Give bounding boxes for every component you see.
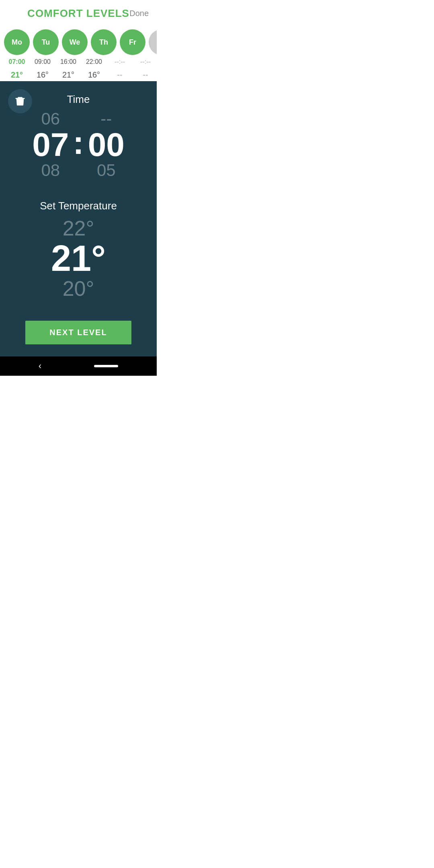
schedule-col-0[interactable]: 07:00 (4, 58, 30, 66)
schedule-temp-col-1[interactable]: 16° (30, 70, 55, 80)
schedule-col-4[interactable]: --:-- (107, 58, 133, 66)
temp-label: Set Temperature (40, 200, 117, 212)
schedule-time-0: 07:00 (4, 58, 30, 66)
schedule-temp-row: 21°16°21°16°---- (0, 67, 157, 81)
dark-panel: Time 06 07 08 : -- 00 05 Set Temperature… (0, 81, 157, 356)
schedule-temp-col-0[interactable]: 21° (4, 70, 30, 80)
schedule-temp-col-4[interactable]: -- (107, 70, 133, 80)
temp-picker[interactable]: 22° 21° 20° (51, 216, 106, 301)
trash-icon (14, 96, 26, 107)
next-level-button[interactable]: NEXT LEVEL (25, 321, 131, 344)
temp-prev: 22° (63, 216, 94, 240)
schedule-time-2: 16:00 (55, 58, 81, 66)
day-mo[interactable]: Mo (4, 29, 30, 55)
schedule-temp-col-3[interactable]: 16° (81, 70, 107, 80)
day-sa[interactable]: Sa (149, 29, 157, 55)
day-fr[interactable]: Fr (120, 29, 145, 55)
schedule-col-5[interactable]: --:-- (133, 58, 157, 66)
schedule-temp-1: 16° (30, 70, 55, 80)
temp-current[interactable]: 21° (51, 240, 106, 276)
home-indicator[interactable] (94, 365, 118, 367)
schedule-temp-col-5[interactable]: -- (133, 70, 157, 80)
minute-picker[interactable]: -- 00 05 (88, 110, 125, 180)
hour-current[interactable]: 07 (32, 128, 69, 161)
schedule-temp-3: 16° (81, 70, 107, 80)
page-title: COMFORT LEVELS (27, 7, 129, 20)
schedule-time-1: 09:00 (30, 58, 55, 66)
hour-picker[interactable]: 06 07 08 (32, 110, 69, 180)
schedule-time-3: 22:00 (81, 58, 107, 66)
minute-current[interactable]: 00 (88, 128, 125, 161)
header: COMFORT LEVELS Done (0, 0, 157, 25)
day-tu[interactable]: Tu (33, 29, 59, 55)
time-separator: : (73, 126, 84, 159)
schedule-row: 07:0009:0016:0022:00--:----:-- (0, 55, 157, 67)
time-label: Time (67, 93, 90, 106)
day-we[interactable]: We (62, 29, 88, 55)
hour-next: 08 (41, 161, 60, 180)
back-button[interactable]: ‹ (39, 361, 41, 371)
schedule-col-2[interactable]: 16:00 (55, 58, 81, 66)
schedule-time-4: --:-- (107, 58, 133, 66)
days-row: MoTuWeThFrSaSu (0, 29, 157, 55)
bottom-nav: ‹ (0, 356, 157, 376)
done-button[interactable]: Done (129, 9, 149, 18)
delete-button[interactable] (8, 89, 32, 113)
schedule-col-1[interactable]: 09:00 (30, 58, 55, 66)
schedule-temp-2: 21° (55, 70, 81, 80)
schedule-temp-4: -- (107, 70, 133, 80)
minute-prev: -- (100, 110, 112, 128)
schedule-temp-0: 21° (4, 70, 30, 80)
schedule-temp-5: -- (133, 70, 157, 80)
hour-prev: 06 (41, 110, 60, 128)
time-picker[interactable]: 06 07 08 : -- 00 05 (32, 110, 125, 180)
schedule-time-5: --:-- (133, 58, 157, 66)
temp-next: 20° (63, 276, 94, 301)
day-th[interactable]: Th (91, 29, 117, 55)
schedule-temp-col-2[interactable]: 21° (55, 70, 81, 80)
minute-next: 05 (97, 161, 116, 180)
schedule-col-3[interactable]: 22:00 (81, 58, 107, 66)
days-section: MoTuWeThFrSaSu 07:0009:0016:0022:00--:--… (0, 25, 157, 81)
